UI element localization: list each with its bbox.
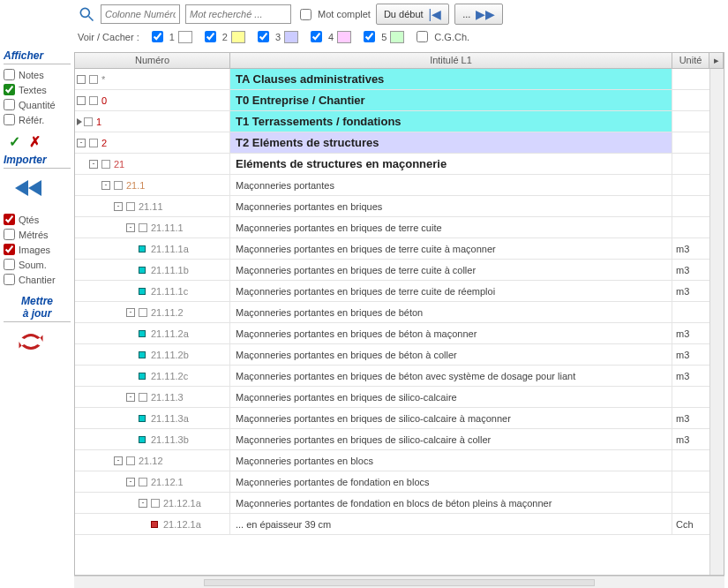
sidebar-check-images[interactable]: Images: [4, 243, 71, 256]
row-unit: m3: [672, 366, 709, 386]
row-checkbox[interactable]: [139, 478, 147, 486]
table-row[interactable]: 21.12.1a... en épaisseur 39 cmCch: [75, 514, 709, 535]
expand-toggle[interactable]: -: [126, 308, 135, 317]
row-checkbox[interactable]: [89, 96, 98, 105]
expand-toggle[interactable]: [77, 96, 86, 105]
row-unit: Cch: [672, 514, 709, 534]
table-row[interactable]: 21.11.2bMaçonneries portantes en briques…: [75, 344, 709, 366]
sidebar-heading-afficher: Afficher: [4, 49, 71, 64]
table-row[interactable]: -21Eléments de structures en maçonnerie: [75, 154, 709, 175]
col-header-numero[interactable]: Numéro: [75, 53, 230, 68]
sidebar-check-qtes[interactable]: Qtés: [4, 213, 71, 226]
horizontal-scrollbar[interactable]: [74, 576, 724, 588]
row-number: 21.11.2a: [151, 328, 189, 339]
expand-toggle[interactable]: -: [77, 139, 86, 147]
row-bullet-icon: [139, 351, 146, 358]
validate-icon[interactable]: ✓: [9, 133, 20, 150]
search-input[interactable]: [185, 4, 291, 24]
row-checkbox[interactable]: [151, 499, 160, 508]
row-checkbox[interactable]: [126, 456, 135, 465]
table-row[interactable]: 1T1 Terrassements / fondations: [75, 111, 709, 132]
table-row[interactable]: 21.11.1bMaçonneries portantes en briques…: [75, 260, 709, 281]
table-row[interactable]: -21.11Maçonneries portantes en briques: [75, 196, 709, 217]
row-checkbox[interactable]: [101, 160, 110, 169]
table-row[interactable]: 21.11.1aMaçonneries portantes en briques…: [75, 238, 709, 260]
row-checkbox[interactable]: [89, 75, 98, 84]
table-row[interactable]: -21.12.1Maçonneries portantes de fondati…: [75, 471, 709, 493]
table-row[interactable]: 21.11.3aMaçonneries portantes en briques…: [75, 408, 709, 429]
table-row[interactable]: -21.11.1Maçonneries portantes en briques…: [75, 217, 709, 238]
expand-toggle[interactable]: -: [139, 499, 147, 508]
filter-check-4[interactable]: 4: [307, 28, 351, 45]
row-checkbox[interactable]: [139, 223, 147, 232]
sidebar-check-refer[interactable]: Référ.: [4, 113, 71, 126]
table-row[interactable]: -21.12Maçonneries portantes en blocs: [75, 450, 709, 471]
filter-check-3[interactable]: 3: [254, 28, 298, 45]
table-row[interactable]: -21.1Maçonneries portantes: [75, 175, 709, 196]
row-checkbox[interactable]: [114, 181, 123, 190]
row-unit: [672, 217, 709, 237]
sidebar-check-chantier[interactable]: Chantier: [4, 273, 71, 286]
row-checkbox[interactable]: [84, 117, 93, 126]
row-number: 21.11.2c: [151, 371, 188, 381]
expand-toggle[interactable]: -: [89, 160, 98, 169]
vertical-scrollbar[interactable]: [709, 69, 724, 575]
row-title: Maçonneries portantes en blocs: [230, 450, 672, 471]
column-input[interactable]: [101, 4, 180, 24]
table-row[interactable]: 21.11.3bMaçonneries portantes en briques…: [75, 429, 709, 450]
row-bullet-icon: [139, 288, 146, 295]
row-number: 21.11.3a: [151, 413, 189, 424]
row-number: 21.12.1a: [163, 519, 201, 530]
expand-toggle[interactable]: -: [101, 181, 110, 190]
filter-check-1[interactable]: 1: [148, 28, 192, 45]
sidebar-check-textes[interactable]: Textes: [4, 83, 71, 96]
sidebar-check-metres[interactable]: Métrés: [4, 228, 71, 241]
row-checkbox[interactable]: [139, 393, 147, 402]
row-checkbox[interactable]: [126, 202, 135, 211]
table-row[interactable]: 21.11.2aMaçonneries portantes en briques…: [75, 323, 709, 344]
next-button[interactable]: ... ▶▶: [454, 4, 503, 25]
row-checkbox[interactable]: [89, 139, 98, 147]
table-row[interactable]: *TA Clauses administratives: [75, 69, 709, 90]
sidebar-check-soum[interactable]: Soum.: [4, 258, 71, 271]
table-row[interactable]: 0T0 Entreprise / Chantier: [75, 90, 709, 111]
table-row[interactable]: 21.11.2cMaçonneries portantes en briques…: [75, 366, 709, 387]
table-row[interactable]: -21.11.2Maçonneries portantes en briques…: [75, 302, 709, 323]
search-bar: Mot complet Du début |◀ ... ▶▶: [74, 0, 728, 26]
row-title: T1 Terrassements / fondations: [230, 111, 672, 132]
expand-toggle[interactable]: -: [126, 478, 135, 486]
expand-toggle[interactable]: -: [114, 202, 123, 211]
table-row[interactable]: -21.11.3Maçonneries portantes en briques…: [75, 387, 709, 408]
row-unit: [672, 154, 709, 174]
expand-toggle[interactable]: [77, 75, 86, 84]
expand-toggle[interactable]: -: [126, 393, 135, 402]
filter-check-2[interactable]: 2: [201, 28, 245, 45]
search-icon[interactable]: [78, 5, 95, 23]
expand-toggle[interactable]: -: [126, 223, 135, 232]
cancel-icon[interactable]: ✗: [29, 133, 41, 150]
row-unit: [672, 111, 709, 132]
row-title: TA Clauses administratives: [230, 69, 672, 89]
table-row[interactable]: 21.11.1cMaçonneries portantes en briques…: [75, 281, 709, 302]
row-number: 21.1: [126, 180, 145, 191]
expand-icon[interactable]: [77, 118, 82, 125]
filter-check-5[interactable]: 5: [360, 28, 404, 45]
whole-word-checkbox[interactable]: Mot complet: [296, 6, 371, 23]
svg-line-5: [89, 17, 94, 21]
refresh-icon[interactable]: [4, 326, 71, 352]
sidebar-check-quantite[interactable]: Quantité: [4, 98, 71, 111]
row-unit: [672, 450, 709, 471]
col-header-intitule[interactable]: Intitulé L1: [230, 53, 672, 68]
expand-toggle[interactable]: -: [114, 456, 123, 465]
sidebar-heading-mettre: Mettre à jour: [4, 295, 71, 322]
filter-check-cgch[interactable]: C.G.Ch.: [413, 28, 469, 45]
table-row[interactable]: -21.12.1aMaçonneries portantes de fondat…: [75, 493, 709, 514]
sidebar-check-notes[interactable]: Notes: [4, 68, 71, 81]
rewind-icon[interactable]: [4, 172, 71, 204]
row-title: Maçonneries portantes en briques de béto…: [230, 366, 672, 386]
data-grid: Numéro Intitulé L1 Unité ▸ *TA Clauses a…: [74, 52, 724, 576]
from-start-button[interactable]: Du début |◀: [376, 4, 449, 25]
col-header-unite[interactable]: Unité: [672, 53, 709, 68]
row-checkbox[interactable]: [139, 308, 147, 317]
table-row[interactable]: -2T2 Eléments de structures: [75, 132, 709, 154]
